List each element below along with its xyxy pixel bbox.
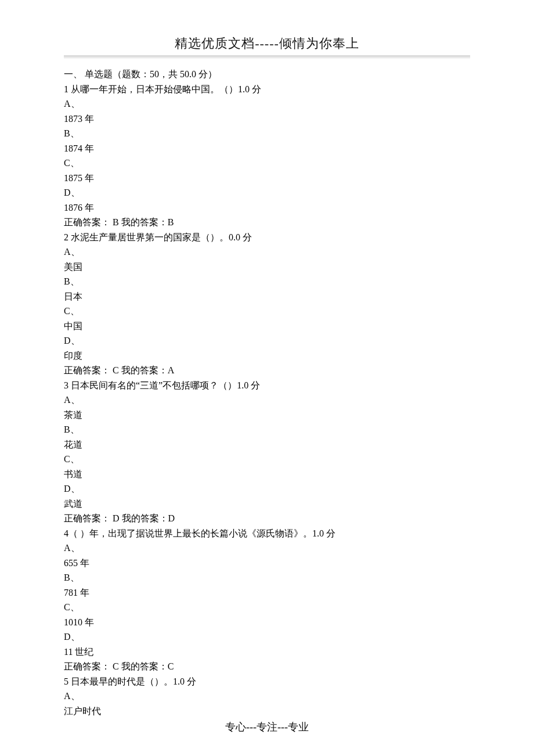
option-label: B、 xyxy=(64,422,470,437)
question-line: 2 水泥生产量居世界第一的国家是（）。0.0 分 xyxy=(64,230,470,245)
page-footer: 专心---专注---专业 xyxy=(0,720,534,734)
option-label: A、 xyxy=(64,244,470,260)
option-value: 11 世纪 xyxy=(64,645,470,660)
option-value: 中国 xyxy=(64,319,470,334)
document-body: 一、 单选题（题数：50，共 50.0 分） 1 从哪一年开始，日本开始侵略中国… xyxy=(64,67,470,718)
option-value: 武道 xyxy=(64,496,470,512)
option-label: A、 xyxy=(64,96,470,111)
section-heading: 一、 单选题（题数：50，共 50.0 分） xyxy=(64,67,470,82)
option-label: C、 xyxy=(64,304,470,319)
option-label: A、 xyxy=(64,393,470,408)
header-divider xyxy=(64,56,470,56)
option-value: 日本 xyxy=(64,289,470,304)
option-value: 1010 年 xyxy=(64,615,470,630)
option-value: 655 年 xyxy=(64,556,470,571)
page-header-title: 精选优质文档-----倾情为你奉上 xyxy=(64,35,470,52)
answer-line: 正确答案： D 我的答案：D xyxy=(64,511,470,526)
question-line: 3 日本民间有名的“三道”不包括哪项？（）1.0 分 xyxy=(64,378,470,393)
option-value: 1874 年 xyxy=(64,141,470,156)
option-value: 1875 年 xyxy=(64,171,470,186)
option-value: 江户时代 xyxy=(64,704,470,719)
option-value: 书道 xyxy=(64,467,470,482)
option-label: D、 xyxy=(64,481,470,496)
option-label: A、 xyxy=(64,689,470,704)
option-value: 781 年 xyxy=(64,585,470,600)
option-value: 花道 xyxy=(64,437,470,452)
option-value: 美国 xyxy=(64,260,470,275)
question-line: 4（ ）年，出现了据说世界上最长的长篇小说《源氏物语》。1.0 分 xyxy=(64,526,470,541)
option-value: 1876 年 xyxy=(64,200,470,215)
option-label: D、 xyxy=(64,333,470,348)
option-label: D、 xyxy=(64,185,470,200)
option-label: B、 xyxy=(64,274,470,289)
option-value: 1873 年 xyxy=(64,111,470,127)
answer-line: 正确答案： C 我的答案：A xyxy=(64,363,470,378)
answer-line: 正确答案： B 我的答案：B xyxy=(64,215,470,230)
option-label: C、 xyxy=(64,156,470,171)
question-line: 5 日本最早的时代是（）。1.0 分 xyxy=(64,674,470,689)
option-label: D、 xyxy=(64,629,470,645)
option-label: C、 xyxy=(64,600,470,615)
option-value: 茶道 xyxy=(64,408,470,423)
option-label: C、 xyxy=(64,452,470,467)
answer-line: 正确答案： C 我的答案：C xyxy=(64,659,470,674)
option-label: A、 xyxy=(64,541,470,556)
question-line: 1 从哪一年开始，日本开始侵略中国。（）1.0 分 xyxy=(64,82,470,97)
option-label: B、 xyxy=(64,126,470,141)
document-page: 精选优质文档-----倾情为你奉上 一、 单选题（题数：50，共 50.0 分）… xyxy=(0,0,534,756)
option-label: B、 xyxy=(64,570,470,585)
option-value: 印度 xyxy=(64,348,470,363)
